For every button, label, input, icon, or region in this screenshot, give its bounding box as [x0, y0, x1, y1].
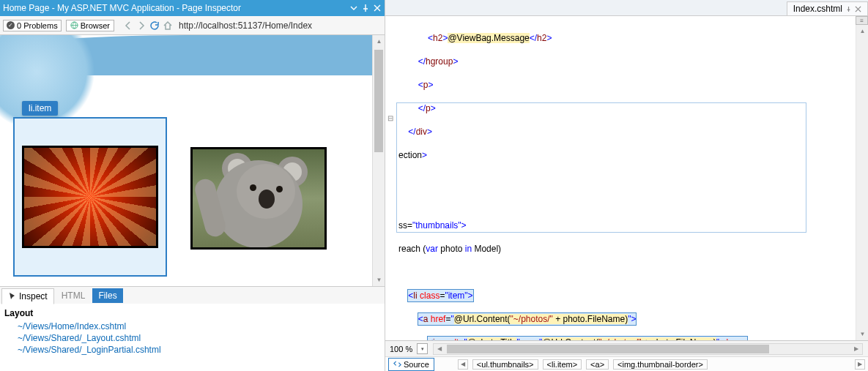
refresh-icon[interactable]: [149, 20, 160, 31]
pin-icon[interactable]: [845, 6, 852, 12]
arrows-icon: [393, 360, 401, 368]
home-icon[interactable]: [163, 20, 173, 31]
inspector-tabs: Inspect HTML Files: [0, 286, 385, 304]
browser-button[interactable]: Browser: [66, 20, 114, 31]
code-content[interactable]: <h2>@ViewBag.Message</h2> </hgroup> <p> …: [396, 16, 856, 340]
forward-icon[interactable]: [136, 20, 146, 31]
tab-inspect[interactable]: Inspect: [1, 288, 54, 304]
tab-html[interactable]: HTML: [56, 288, 92, 303]
layout-title: Layout: [4, 308, 380, 318]
editor-pane: Index.cshtml ⊟ <h2>@ViewBag.Message</h2>…: [385, 0, 868, 371]
layout-link[interactable]: ~/Views/Shared/_LoginPartial.cshtml: [18, 345, 380, 355]
layout-panel: Layout ~/Views/Home/Index.cshtml ~/Views…: [0, 304, 385, 371]
source-view-button[interactable]: Source: [388, 358, 434, 371]
editor-statusbar: 100 % ▾ ◀ ▶: [385, 340, 868, 356]
zoom-level: 100 %: [388, 345, 414, 353]
url-field[interactable]: http://localhost:51137/Home/Index: [179, 20, 312, 31]
selection-tooltip: li.item: [22, 101, 58, 116]
layout-link[interactable]: ~/Views/Shared/_Layout.cshtml: [18, 333, 380, 343]
close-icon[interactable]: [373, 4, 382, 12]
check-icon: ✓: [7, 21, 15, 29]
scroll-left-icon[interactable]: ◀: [434, 345, 445, 352]
breadcrumb-item[interactable]: <a>: [586, 359, 609, 370]
close-icon[interactable]: [855, 6, 861, 12]
selected-element-highlight[interactable]: [13, 117, 167, 277]
editor-tab-well: Index.cshtml: [385, 0, 868, 16]
breadcrumb-item[interactable]: <li.item>: [543, 359, 582, 370]
preview-area: li.item ▲ ▼: [0, 35, 385, 286]
editor-horizontal-scrollbar[interactable]: ◀ ▶: [433, 343, 863, 355]
breadcrumb-item[interactable]: <img.thumbnail-border>: [613, 359, 708, 370]
layout-link[interactable]: ~/Views/Home/Index.cshtml: [18, 321, 380, 331]
editor-file-tab[interactable]: Index.cshtml: [787, 1, 868, 15]
selected-code-line: <img alt="@photo.Title" src="@Url.Conten…: [428, 337, 747, 340]
titlebar: Home Page - My ASP.NET MVC Application -…: [0, 0, 385, 16]
page-inspector-pane: Home Page - My ASP.NET MVC Application -…: [0, 0, 385, 371]
split-handle-icon[interactable]: ≡: [856, 16, 868, 25]
titlebar-text: Home Page - My ASP.NET MVC Application -…: [3, 3, 349, 13]
inspector-toolbar: ✓ 0 Problems Browser http://localhost:51…: [0, 16, 385, 35]
cursor-icon: [8, 292, 17, 301]
problems-button[interactable]: ✓ 0 Problems: [3, 20, 62, 31]
fold-minus-icon[interactable]: ⊟: [385, 114, 396, 126]
dropdown-icon[interactable]: [349, 4, 358, 12]
thumbnail-koala-image[interactable]: [190, 147, 327, 250]
tab-files[interactable]: Files: [92, 288, 122, 303]
scroll-up-icon[interactable]: ▲: [856, 25, 868, 37]
back-icon[interactable]: [123, 20, 133, 31]
scroll-down-icon[interactable]: ▼: [856, 328, 868, 340]
page-header-bg: [0, 35, 372, 75]
scroll-up-icon[interactable]: ▲: [373, 35, 385, 48]
selected-code-line: <a href="@Url.Content("~/photos/" + phot…: [418, 313, 637, 325]
preview-viewport[interactable]: li.item: [0, 35, 372, 286]
pin-icon[interactable]: [361, 4, 370, 12]
zoom-dropdown-icon[interactable]: ▾: [417, 343, 428, 354]
scroll-right-icon[interactable]: ▶: [850, 345, 862, 352]
breadcrumb-left-icon[interactable]: ◀: [458, 359, 468, 370]
preview-vertical-scrollbar[interactable]: ▲ ▼: [372, 35, 385, 286]
browser-label: Browser: [81, 21, 110, 30]
tab-filename: Index.cshtml: [793, 4, 842, 14]
collapsible-region-outline: [396, 102, 806, 233]
breadcrumb-right-icon[interactable]: ▶: [855, 359, 865, 370]
scrollbar-thumb[interactable]: [447, 345, 769, 353]
fold-gutter[interactable]: ⊟: [385, 16, 396, 340]
scroll-down-icon[interactable]: ▼: [373, 274, 385, 286]
breadcrumb-bar: Source ◀ <ul.thumbnails> <li.item> <a> <…: [385, 356, 868, 371]
breadcrumb-item[interactable]: <ul.thumbnails>: [472, 359, 538, 370]
problems-label: 0 Problems: [17, 21, 58, 30]
scrollbar-thumb[interactable]: [374, 50, 383, 152]
selected-code-line: <li class="item">: [408, 290, 472, 301]
code-area[interactable]: ⊟ <h2>@ViewBag.Message</h2> </hgroup> <p…: [385, 16, 868, 340]
thumbnail-flower-image[interactable]: [22, 146, 158, 248]
globe-icon: [70, 21, 78, 29]
editor-vertical-scrollbar[interactable]: ≡ ▲ ▼: [856, 16, 868, 340]
